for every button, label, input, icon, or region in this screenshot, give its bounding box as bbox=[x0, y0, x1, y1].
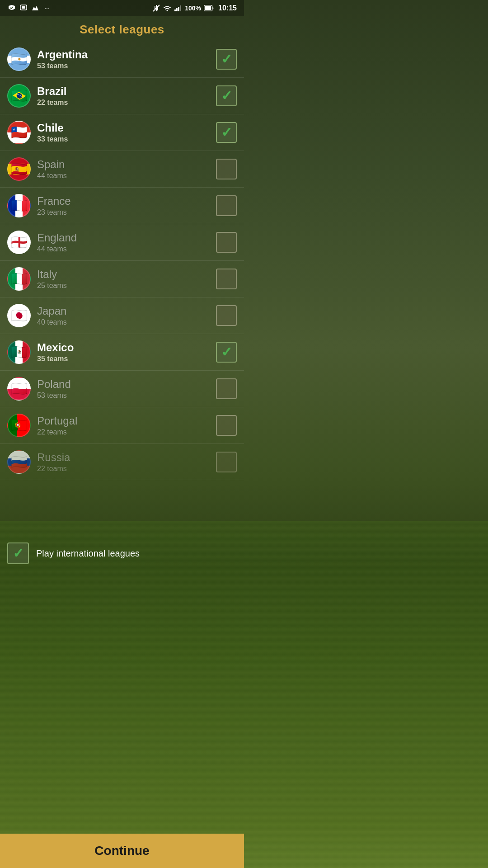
international-checkmark: ✓ bbox=[13, 547, 24, 560]
league-name-russia: Russia bbox=[37, 451, 216, 464]
league-name-mexico: Mexico bbox=[37, 341, 216, 354]
flag-russia: 🇷🇺 bbox=[7, 450, 31, 474]
svg-rect-1 bbox=[22, 6, 25, 9]
league-item-japan[interactable]: 🇯🇵 Japan 40 teams bbox=[0, 297, 244, 334]
league-item-argentina[interactable]: 🇦🇷 Argentina 53 teams ✓ bbox=[0, 41, 244, 78]
league-checkbox-poland[interactable] bbox=[216, 378, 237, 399]
league-teams-russia: 22 teams bbox=[37, 465, 216, 473]
league-info-spain: Spain 44 teams bbox=[37, 158, 216, 180]
league-info-russia: Russia 22 teams bbox=[37, 451, 216, 473]
league-name-japan: Japan bbox=[37, 305, 216, 317]
status-icons-right: 100% 10:15 bbox=[152, 4, 237, 12]
continue-bar[interactable]: Continue bbox=[0, 834, 244, 868]
league-name-england: England bbox=[37, 231, 216, 244]
svg-rect-6 bbox=[180, 5, 181, 11]
league-item-england[interactable]: 🏴󠁧󠁢󠁥󠁮󠁧󠁿 England 44 teams bbox=[0, 224, 244, 261]
time-display: 10:15 bbox=[218, 4, 237, 12]
league-checkbox-chile[interactable]: ✓ bbox=[216, 122, 237, 143]
league-item-portugal[interactable]: 🇵🇹 Portugal 22 teams bbox=[0, 407, 244, 444]
league-checkbox-france[interactable] bbox=[216, 195, 237, 216]
svg-rect-4 bbox=[176, 8, 178, 11]
app-icon-2 bbox=[19, 4, 28, 13]
flag-poland: 🇵🇱 bbox=[7, 377, 31, 401]
league-name-poland: Poland bbox=[37, 378, 216, 391]
league-info-poland: Poland 53 teams bbox=[37, 378, 216, 400]
svg-rect-8 bbox=[205, 6, 211, 10]
app-icon-3 bbox=[31, 4, 40, 13]
league-checkbox-argentina[interactable]: ✓ bbox=[216, 49, 237, 70]
svg-rect-5 bbox=[178, 7, 179, 11]
international-leagues-section[interactable]: ✓ Play international leagues bbox=[0, 534, 244, 572]
page-title: Select leagues bbox=[0, 16, 244, 41]
league-teams-spain: 44 teams bbox=[37, 172, 216, 180]
league-item-chile[interactable]: 🇨🇱 Chile 33 teams ✓ bbox=[0, 114, 244, 151]
league-name-argentina: Argentina bbox=[37, 48, 216, 61]
league-name-france: France bbox=[37, 195, 216, 208]
flag-france: 🇫🇷 bbox=[7, 194, 31, 217]
league-info-brazil: Brazil 22 teams bbox=[37, 85, 216, 107]
flag-italy: 🇮🇹 bbox=[7, 267, 31, 291]
international-label: Play international leagues bbox=[36, 548, 140, 559]
league-teams-portugal: 22 teams bbox=[37, 428, 216, 436]
league-info-chile: Chile 33 teams bbox=[37, 122, 216, 143]
app-icon-4: ··· bbox=[42, 4, 52, 13]
checkmark-chile: ✓ bbox=[221, 126, 232, 139]
league-name-portugal: Portugal bbox=[37, 415, 216, 427]
league-list: 🇦🇷 Argentina 53 teams ✓ 🇧🇷 Brazil 22 tea… bbox=[0, 41, 244, 480]
league-teams-england: 44 teams bbox=[37, 245, 216, 253]
league-teams-mexico: 35 teams bbox=[37, 355, 216, 363]
league-info-portugal: Portugal 22 teams bbox=[37, 415, 216, 436]
flag-japan: 🇯🇵 bbox=[7, 304, 31, 327]
league-info-france: France 23 teams bbox=[37, 195, 216, 217]
league-item-poland[interactable]: 🇵🇱 Poland 53 teams bbox=[0, 371, 244, 407]
league-info-mexico: Mexico 35 teams bbox=[37, 341, 216, 363]
flag-mexico: 🇲🇽 bbox=[7, 340, 31, 364]
league-checkbox-portugal[interactable] bbox=[216, 415, 237, 436]
league-checkbox-brazil[interactable]: ✓ bbox=[216, 85, 237, 106]
flag-brazil: 🇧🇷 bbox=[7, 84, 31, 108]
flag-argentina: 🇦🇷 bbox=[7, 47, 31, 71]
league-item-russia[interactable]: 🇷🇺 Russia 22 teams bbox=[0, 444, 244, 480]
league-teams-chile: 33 teams bbox=[37, 135, 216, 143]
battery-text: 100% bbox=[185, 5, 201, 12]
flag-england: 🏴󠁧󠁢󠁥󠁮󠁧󠁿 bbox=[7, 231, 31, 254]
league-item-mexico[interactable]: 🇲🇽 Mexico 35 teams ✓ bbox=[0, 334, 244, 371]
status-icons-left: ··· bbox=[7, 4, 52, 13]
league-info-italy: Italy 25 teams bbox=[37, 268, 216, 290]
league-info-argentina: Argentina 53 teams bbox=[37, 48, 216, 70]
league-name-spain: Spain bbox=[37, 158, 216, 171]
flag-chile: 🇨🇱 bbox=[7, 121, 31, 144]
league-teams-france: 23 teams bbox=[37, 208, 216, 217]
league-item-france[interactable]: 🇫🇷 France 23 teams bbox=[0, 188, 244, 224]
svg-rect-3 bbox=[174, 9, 176, 11]
league-info-japan: Japan 40 teams bbox=[37, 305, 216, 326]
league-item-spain[interactable]: 🇪🇸 Spain 44 teams bbox=[0, 151, 244, 188]
league-info-england: England 44 teams bbox=[37, 231, 216, 253]
flag-spain: 🇪🇸 bbox=[7, 157, 31, 181]
status-bar: ··· 100% bbox=[0, 0, 244, 16]
league-teams-japan: 40 teams bbox=[37, 318, 216, 326]
checkmark-mexico: ✓ bbox=[221, 345, 232, 359]
league-checkbox-mexico[interactable]: ✓ bbox=[216, 342, 237, 363]
league-teams-italy: 25 teams bbox=[37, 282, 216, 290]
league-name-brazil: Brazil bbox=[37, 85, 216, 98]
league-name-italy: Italy bbox=[37, 268, 216, 281]
league-name-chile: Chile bbox=[37, 122, 216, 134]
league-checkbox-england[interactable] bbox=[216, 232, 237, 253]
league-item-italy[interactable]: 🇮🇹 Italy 25 teams bbox=[0, 261, 244, 297]
league-checkbox-russia[interactable] bbox=[216, 452, 237, 472]
app-icon-1 bbox=[7, 4, 16, 13]
checkmark-argentina: ✓ bbox=[221, 52, 232, 66]
league-item-brazil[interactable]: 🇧🇷 Brazil 22 teams ✓ bbox=[0, 78, 244, 114]
league-teams-argentina: 53 teams bbox=[37, 62, 216, 70]
continue-button[interactable]: Continue bbox=[94, 844, 149, 858]
international-checkbox[interactable]: ✓ bbox=[7, 542, 29, 564]
league-checkbox-japan[interactable] bbox=[216, 305, 237, 326]
checkmark-brazil: ✓ bbox=[221, 89, 232, 103]
league-checkbox-italy[interactable] bbox=[216, 269, 237, 289]
league-teams-brazil: 22 teams bbox=[37, 99, 216, 107]
flag-portugal: 🇵🇹 bbox=[7, 414, 31, 437]
league-checkbox-spain[interactable] bbox=[216, 159, 237, 179]
league-teams-poland: 53 teams bbox=[37, 392, 216, 400]
